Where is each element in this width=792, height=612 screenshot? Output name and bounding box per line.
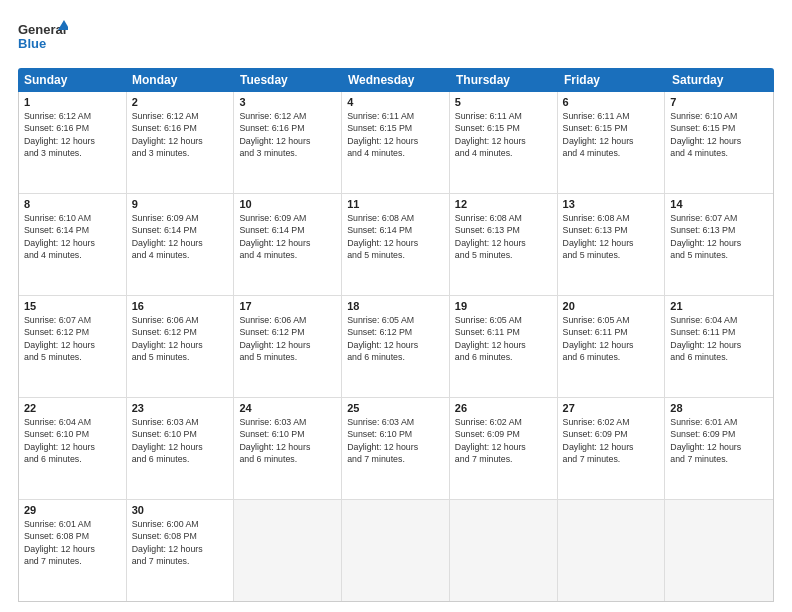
calendar-body: 1Sunrise: 6:12 AMSunset: 6:16 PMDaylight… (18, 92, 774, 602)
cal-cell-3: 3Sunrise: 6:12 AMSunset: 6:16 PMDaylight… (234, 92, 342, 193)
cell-info: Sunrise: 6:08 AMSunset: 6:13 PMDaylight:… (563, 212, 660, 261)
calendar: SundayMondayTuesdayWednesdayThursdayFrid… (18, 68, 774, 602)
cell-info: Sunrise: 6:11 AMSunset: 6:15 PMDaylight:… (347, 110, 444, 159)
cal-cell-18: 18Sunrise: 6:05 AMSunset: 6:12 PMDayligh… (342, 296, 450, 397)
day-num: 25 (347, 402, 444, 414)
cal-row-1: 8Sunrise: 6:10 AMSunset: 6:14 PMDaylight… (19, 194, 773, 296)
cal-cell-11: 11Sunrise: 6:08 AMSunset: 6:14 PMDayligh… (342, 194, 450, 295)
header-cell-saturday: Saturday (666, 68, 774, 92)
header-cell-sunday: Sunday (18, 68, 126, 92)
day-num: 19 (455, 300, 552, 312)
cell-info: Sunrise: 6:05 AMSunset: 6:11 PMDaylight:… (455, 314, 552, 363)
cell-info: Sunrise: 6:01 AMSunset: 6:09 PMDaylight:… (670, 416, 768, 465)
cal-row-4: 29Sunrise: 6:01 AMSunset: 6:08 PMDayligh… (19, 500, 773, 601)
cal-cell-13: 13Sunrise: 6:08 AMSunset: 6:13 PMDayligh… (558, 194, 666, 295)
header-cell-tuesday: Tuesday (234, 68, 342, 92)
header-cell-wednesday: Wednesday (342, 68, 450, 92)
cal-cell-12: 12Sunrise: 6:08 AMSunset: 6:13 PMDayligh… (450, 194, 558, 295)
day-num: 7 (670, 96, 768, 108)
cal-cell-15: 15Sunrise: 6:07 AMSunset: 6:12 PMDayligh… (19, 296, 127, 397)
header-cell-friday: Friday (558, 68, 666, 92)
cal-cell-20: 20Sunrise: 6:05 AMSunset: 6:11 PMDayligh… (558, 296, 666, 397)
day-num: 28 (670, 402, 768, 414)
cell-info: Sunrise: 6:08 AMSunset: 6:14 PMDaylight:… (347, 212, 444, 261)
day-num: 15 (24, 300, 121, 312)
cell-info: Sunrise: 6:04 AMSunset: 6:11 PMDaylight:… (670, 314, 768, 363)
cell-info: Sunrise: 6:07 AMSunset: 6:12 PMDaylight:… (24, 314, 121, 363)
cal-cell-28: 28Sunrise: 6:01 AMSunset: 6:09 PMDayligh… (665, 398, 773, 499)
header-cell-monday: Monday (126, 68, 234, 92)
day-num: 5 (455, 96, 552, 108)
cal-cell-empty-4-3 (342, 500, 450, 601)
cal-cell-7: 7Sunrise: 6:10 AMSunset: 6:15 PMDaylight… (665, 92, 773, 193)
cal-cell-14: 14Sunrise: 6:07 AMSunset: 6:13 PMDayligh… (665, 194, 773, 295)
cal-cell-6: 6Sunrise: 6:11 AMSunset: 6:15 PMDaylight… (558, 92, 666, 193)
day-num: 4 (347, 96, 444, 108)
header-cell-thursday: Thursday (450, 68, 558, 92)
cal-cell-30: 30Sunrise: 6:00 AMSunset: 6:08 PMDayligh… (127, 500, 235, 601)
cell-info: Sunrise: 6:07 AMSunset: 6:13 PMDaylight:… (670, 212, 768, 261)
cal-cell-25: 25Sunrise: 6:03 AMSunset: 6:10 PMDayligh… (342, 398, 450, 499)
cal-row-3: 22Sunrise: 6:04 AMSunset: 6:10 PMDayligh… (19, 398, 773, 500)
day-num: 17 (239, 300, 336, 312)
cal-cell-22: 22Sunrise: 6:04 AMSunset: 6:10 PMDayligh… (19, 398, 127, 499)
cell-info: Sunrise: 6:00 AMSunset: 6:08 PMDaylight:… (132, 518, 229, 567)
cal-cell-24: 24Sunrise: 6:03 AMSunset: 6:10 PMDayligh… (234, 398, 342, 499)
header: General Blue (18, 18, 774, 58)
day-num: 24 (239, 402, 336, 414)
cal-row-0: 1Sunrise: 6:12 AMSunset: 6:16 PMDaylight… (19, 92, 773, 194)
cell-info: Sunrise: 6:10 AMSunset: 6:15 PMDaylight:… (670, 110, 768, 159)
day-num: 8 (24, 198, 121, 210)
cal-cell-10: 10Sunrise: 6:09 AMSunset: 6:14 PMDayligh… (234, 194, 342, 295)
cell-info: Sunrise: 6:05 AMSunset: 6:11 PMDaylight:… (563, 314, 660, 363)
day-num: 3 (239, 96, 336, 108)
cal-cell-23: 23Sunrise: 6:03 AMSunset: 6:10 PMDayligh… (127, 398, 235, 499)
cell-info: Sunrise: 6:09 AMSunset: 6:14 PMDaylight:… (239, 212, 336, 261)
cal-cell-empty-4-5 (558, 500, 666, 601)
cal-cell-16: 16Sunrise: 6:06 AMSunset: 6:12 PMDayligh… (127, 296, 235, 397)
day-num: 9 (132, 198, 229, 210)
cal-cell-empty-4-2 (234, 500, 342, 601)
day-num: 26 (455, 402, 552, 414)
cal-cell-29: 29Sunrise: 6:01 AMSunset: 6:08 PMDayligh… (19, 500, 127, 601)
day-num: 16 (132, 300, 229, 312)
day-num: 18 (347, 300, 444, 312)
svg-text:Blue: Blue (18, 36, 46, 51)
day-num: 1 (24, 96, 121, 108)
cell-info: Sunrise: 6:06 AMSunset: 6:12 PMDaylight:… (239, 314, 336, 363)
cell-info: Sunrise: 6:03 AMSunset: 6:10 PMDaylight:… (239, 416, 336, 465)
calendar-header: SundayMondayTuesdayWednesdayThursdayFrid… (18, 68, 774, 92)
cal-cell-17: 17Sunrise: 6:06 AMSunset: 6:12 PMDayligh… (234, 296, 342, 397)
cal-cell-9: 9Sunrise: 6:09 AMSunset: 6:14 PMDaylight… (127, 194, 235, 295)
cell-info: Sunrise: 6:10 AMSunset: 6:14 PMDaylight:… (24, 212, 121, 261)
cal-cell-empty-4-6 (665, 500, 773, 601)
cal-cell-19: 19Sunrise: 6:05 AMSunset: 6:11 PMDayligh… (450, 296, 558, 397)
cell-info: Sunrise: 6:04 AMSunset: 6:10 PMDaylight:… (24, 416, 121, 465)
cell-info: Sunrise: 6:12 AMSunset: 6:16 PMDaylight:… (132, 110, 229, 159)
cell-info: Sunrise: 6:12 AMSunset: 6:16 PMDaylight:… (239, 110, 336, 159)
day-num: 11 (347, 198, 444, 210)
cell-info: Sunrise: 6:09 AMSunset: 6:14 PMDaylight:… (132, 212, 229, 261)
cal-row-2: 15Sunrise: 6:07 AMSunset: 6:12 PMDayligh… (19, 296, 773, 398)
cell-info: Sunrise: 6:11 AMSunset: 6:15 PMDaylight:… (455, 110, 552, 159)
day-num: 20 (563, 300, 660, 312)
cell-info: Sunrise: 6:03 AMSunset: 6:10 PMDaylight:… (347, 416, 444, 465)
cell-info: Sunrise: 6:06 AMSunset: 6:12 PMDaylight:… (132, 314, 229, 363)
cal-cell-26: 26Sunrise: 6:02 AMSunset: 6:09 PMDayligh… (450, 398, 558, 499)
day-num: 14 (670, 198, 768, 210)
day-num: 21 (670, 300, 768, 312)
cal-cell-8: 8Sunrise: 6:10 AMSunset: 6:14 PMDaylight… (19, 194, 127, 295)
cell-info: Sunrise: 6:02 AMSunset: 6:09 PMDaylight:… (455, 416, 552, 465)
day-num: 6 (563, 96, 660, 108)
cell-info: Sunrise: 6:02 AMSunset: 6:09 PMDaylight:… (563, 416, 660, 465)
cell-info: Sunrise: 6:01 AMSunset: 6:08 PMDaylight:… (24, 518, 121, 567)
cell-info: Sunrise: 6:05 AMSunset: 6:12 PMDaylight:… (347, 314, 444, 363)
cal-cell-5: 5Sunrise: 6:11 AMSunset: 6:15 PMDaylight… (450, 92, 558, 193)
day-num: 10 (239, 198, 336, 210)
day-num: 30 (132, 504, 229, 516)
day-num: 29 (24, 504, 121, 516)
day-num: 27 (563, 402, 660, 414)
day-num: 13 (563, 198, 660, 210)
cal-cell-27: 27Sunrise: 6:02 AMSunset: 6:09 PMDayligh… (558, 398, 666, 499)
day-num: 12 (455, 198, 552, 210)
